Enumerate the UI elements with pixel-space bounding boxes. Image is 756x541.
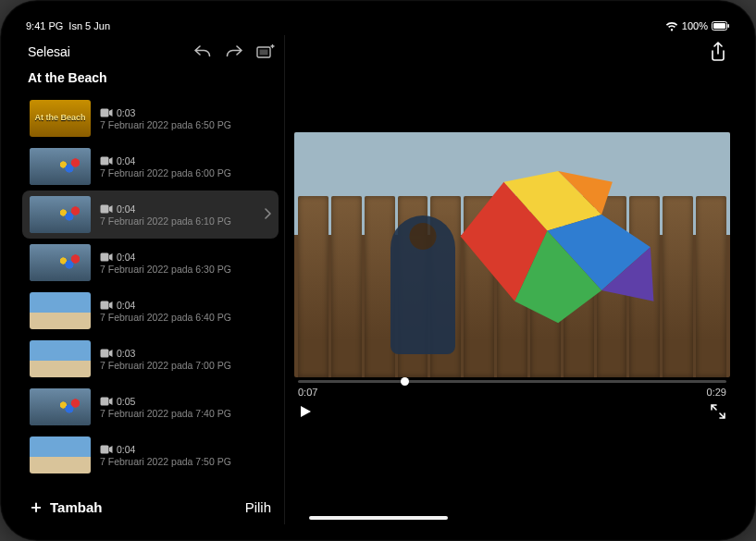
status-bar: 9:41 PG Isn 5 Jun 100% bbox=[17, 17, 739, 35]
video-camera-icon bbox=[100, 397, 113, 406]
screen: 9:41 PG Isn 5 Jun 100% Selesai bbox=[17, 17, 739, 524]
clip-timestamp: 7 Februari 2022 pada 7:40 PG bbox=[100, 408, 231, 419]
video-camera-icon bbox=[100, 349, 113, 358]
home-indicator[interactable] bbox=[309, 516, 448, 520]
battery-icon bbox=[712, 21, 730, 31]
video-viewer[interactable] bbox=[294, 132, 730, 377]
share-icon[interactable] bbox=[710, 42, 728, 62]
app-content: Selesai At t bbox=[17, 35, 739, 524]
video-camera-icon bbox=[100, 156, 113, 166]
clip-meta: 0:057 Februari 2022 pada 7:40 PG bbox=[100, 396, 231, 419]
video-camera-icon bbox=[100, 204, 113, 214]
svg-rect-4 bbox=[260, 50, 268, 55]
video-camera-icon bbox=[100, 301, 113, 310]
left-footer: ＋ Tambah Pilih bbox=[17, 491, 284, 524]
clip-timestamp: 7 Februari 2022 pada 6:30 PG bbox=[100, 264, 231, 275]
clip-meta: 0:047 Februari 2022 pada 6:10 PG bbox=[100, 203, 231, 227]
svg-rect-12 bbox=[101, 445, 109, 453]
clip-duration: 0:03 bbox=[117, 107, 135, 118]
clip-duration: 0:03 bbox=[117, 348, 135, 359]
clip-meta: 0:037 Februari 2022 pada 6:50 PG bbox=[100, 107, 231, 130]
total-time: 0:29 bbox=[707, 387, 726, 398]
toolbar bbox=[193, 43, 275, 61]
clip-row[interactable]: 0:047 Februari 2022 pada 7:50 PG bbox=[22, 431, 279, 479]
video-camera-icon bbox=[100, 252, 113, 262]
play-icon[interactable] bbox=[298, 404, 313, 423]
clip-thumb bbox=[30, 388, 91, 425]
svg-rect-2 bbox=[728, 24, 730, 28]
clip-row[interactable]: 0:047 Februari 2022 pada 6:30 PG bbox=[22, 239, 279, 287]
clip-row[interactable]: At the Beach0:037 Februari 2022 pada 6:5… bbox=[22, 94, 279, 142]
undo-icon[interactable] bbox=[193, 43, 212, 61]
clip-top-row: 0:04 bbox=[100, 252, 231, 263]
right-panel: 0:07 0:29 bbox=[285, 35, 739, 524]
clip-duration: 0:04 bbox=[117, 203, 135, 215]
video-camera-icon bbox=[100, 445, 113, 454]
video-camera-icon bbox=[100, 108, 113, 117]
clip-thumb bbox=[30, 292, 91, 329]
clip-duration: 0:04 bbox=[117, 300, 135, 311]
clip-meta: 0:047 Februari 2022 pada 6:30 PG bbox=[100, 252, 231, 275]
left-panel: Selesai At t bbox=[17, 35, 285, 524]
plus-icon: ＋ bbox=[28, 498, 44, 515]
clip-top-row: 0:04 bbox=[100, 300, 231, 311]
svg-rect-6 bbox=[101, 156, 109, 165]
clip-thumb bbox=[30, 436, 91, 473]
status-time: 9:41 PG bbox=[26, 20, 63, 31]
clip-timestamp: 7 Februari 2022 pada 6:40 PG bbox=[100, 312, 231, 323]
project-title: At the Beach bbox=[28, 70, 275, 85]
done-button[interactable]: Selesai bbox=[28, 44, 70, 59]
clip-top-row: 0:03 bbox=[100, 107, 231, 118]
clip-thumb bbox=[30, 196, 91, 233]
clip-meta: 0:047 Februari 2022 pada 7:50 PG bbox=[100, 444, 231, 467]
wifi-icon bbox=[665, 21, 678, 31]
clip-top-row: 0:03 bbox=[100, 348, 231, 359]
clip-thumb bbox=[30, 340, 91, 377]
svg-rect-11 bbox=[101, 397, 109, 405]
clip-meta: 0:037 Februari 2022 pada 7:00 PG bbox=[100, 348, 231, 371]
svg-rect-7 bbox=[101, 204, 109, 213]
clip-top-row: 0:04 bbox=[100, 155, 231, 166]
expand-icon[interactable] bbox=[710, 403, 726, 424]
clip-thumb bbox=[30, 148, 91, 185]
status-date: Isn 5 Jun bbox=[68, 20, 110, 31]
clip-row[interactable]: 0:047 Februari 2022 pada 6:10 PG bbox=[22, 191, 279, 239]
svg-rect-5 bbox=[101, 108, 109, 117]
select-button[interactable]: Pilih bbox=[245, 499, 271, 515]
svg-rect-1 bbox=[713, 23, 725, 29]
clip-meta: 0:047 Februari 2022 pada 6:00 PG bbox=[100, 155, 231, 178]
viewer-area: 0:07 0:29 bbox=[285, 68, 739, 524]
clip-meta: 0:047 Februari 2022 pada 6:40 PG bbox=[100, 300, 231, 323]
clip-duration: 0:04 bbox=[117, 444, 135, 455]
clip-timestamp: 7 Februari 2022 pada 6:50 PG bbox=[100, 119, 231, 130]
time-bar: 0:07 0:29 bbox=[294, 383, 730, 398]
current-time: 0:07 bbox=[298, 387, 317, 398]
clip-duration: 0:05 bbox=[117, 396, 135, 407]
storyboard-icon[interactable] bbox=[256, 43, 275, 61]
clip-row[interactable]: 0:047 Februari 2022 pada 6:00 PG bbox=[22, 142, 279, 191]
clip-duration: 0:04 bbox=[117, 252, 135, 263]
clip-top-row: 0:05 bbox=[100, 396, 231, 407]
kite-art bbox=[434, 171, 661, 323]
clip-duration: 0:04 bbox=[117, 155, 135, 166]
clip-row[interactable]: 0:057 Februari 2022 pada 7:40 PG bbox=[22, 383, 279, 431]
player-controls bbox=[294, 398, 730, 424]
clip-timestamp: 7 Februari 2022 pada 6:10 PG bbox=[100, 215, 231, 227]
chevron-right-icon bbox=[264, 206, 271, 223]
add-label: Tambah bbox=[50, 499, 102, 515]
clip-row[interactable]: 0:037 Februari 2022 pada 7:00 PG bbox=[22, 335, 279, 383]
scrubber[interactable] bbox=[298, 380, 726, 383]
clip-top-row: 0:04 bbox=[100, 444, 231, 455]
clip-timestamp: 7 Februari 2022 pada 7:00 PG bbox=[100, 360, 231, 371]
clip-thumb bbox=[30, 244, 91, 281]
redo-icon[interactable] bbox=[225, 43, 243, 61]
title-card-thumb: At the Beach bbox=[30, 100, 91, 137]
tablet-frame: 9:41 PG Isn 5 Jun 100% Selesai bbox=[0, 0, 756, 541]
clip-row[interactable]: 0:047 Februari 2022 pada 6:40 PG bbox=[22, 287, 279, 335]
svg-rect-8 bbox=[101, 252, 109, 261]
left-header: Selesai At t bbox=[17, 35, 284, 91]
svg-rect-9 bbox=[101, 301, 109, 309]
clip-list[interactable]: At the Beach0:037 Februari 2022 pada 6:5… bbox=[17, 91, 284, 491]
battery-percent: 100% bbox=[682, 20, 708, 31]
add-button[interactable]: ＋ Tambah bbox=[28, 498, 102, 515]
